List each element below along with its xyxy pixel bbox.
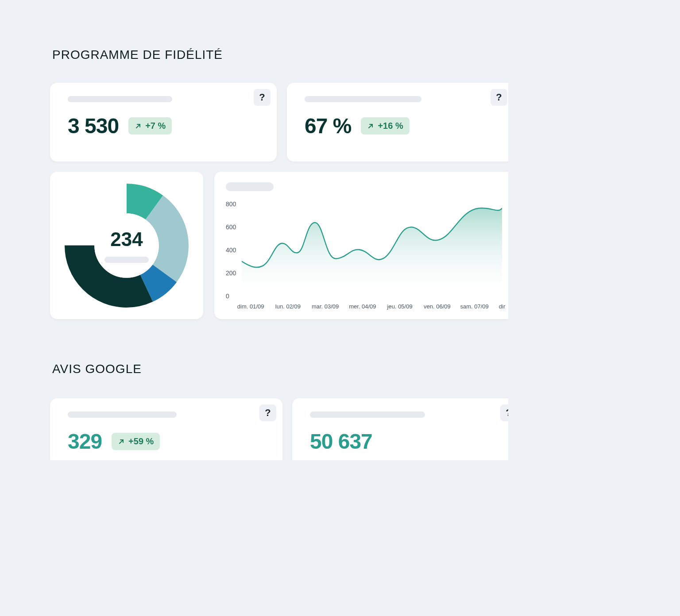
help-icon: ? (496, 92, 502, 103)
help-icon: ? (265, 407, 270, 419)
metric-value: 3 530 (68, 114, 119, 138)
help-button[interactable]: ? (259, 404, 276, 421)
placeholder-bar (310, 412, 425, 418)
arrow-up-right-icon (367, 123, 374, 130)
help-button[interactable]: ? (500, 404, 508, 421)
y-tick: 200 (226, 270, 236, 277)
y-tick: 400 (226, 246, 236, 254)
donut-center-value: 234 (110, 228, 143, 250)
x-tick: mer. 04/09 (349, 303, 376, 310)
delta-badge: +16 % (361, 117, 409, 135)
y-tick: 0 (226, 293, 229, 300)
x-tick: lun. 02/09 (275, 303, 301, 310)
metric-value: 50 637 (310, 429, 372, 454)
x-tick: dim. 01/09 (237, 303, 264, 310)
card-reviews-count: ? 329 +59 % (50, 398, 282, 460)
y-tick: 800 (226, 200, 236, 208)
area-chart: 800 600 400 200 0 dim. 01/09 lun. 02/09 … (226, 195, 502, 310)
placeholder-bar (68, 96, 172, 102)
card-area-chart: 800 600 400 200 0 dim. 01/09 lun. 02/09 … (214, 172, 508, 319)
delta-badge: +59 % (112, 433, 160, 450)
help-icon: ? (259, 92, 265, 103)
placeholder-bar (305, 96, 421, 102)
delta-text: +7 % (145, 121, 166, 131)
section-title-reviews: AVIS GOOGLE (52, 362, 142, 376)
arrow-up-right-icon (118, 438, 125, 445)
placeholder-bar (68, 412, 177, 418)
y-tick: 600 (226, 223, 236, 231)
metric-value: 329 (68, 429, 102, 454)
delta-badge: +7 % (128, 117, 172, 135)
dashboard-canvas: PROGRAMME DE FIDÉLITÉ ? 3 530 +7 % ? 67 … (0, 0, 508, 460)
delta-text: +59 % (128, 436, 154, 447)
x-tick: jeu. 05/09 (387, 303, 413, 310)
card-donut: 234 (50, 172, 203, 319)
arrow-up-right-icon (135, 123, 142, 130)
metric-value: 67 % (305, 114, 351, 138)
section-title-loyalty: PROGRAMME DE FIDÉLITÉ (52, 48, 223, 62)
donut-chart: 234 (65, 184, 189, 308)
card-loyalty-count: ? 3 530 +7 % (50, 83, 277, 162)
help-button[interactable]: ? (254, 89, 270, 106)
help-icon: ? (506, 407, 508, 419)
help-button[interactable]: ? (491, 89, 507, 106)
x-tick: dir (499, 303, 505, 310)
card-loyalty-rate: ? 67 % +16 % (287, 83, 508, 162)
x-tick: mar. 03/09 (312, 303, 339, 310)
x-tick: ven. 06/09 (424, 303, 451, 310)
x-tick: sam. 07/09 (460, 303, 488, 310)
placeholder-bar (104, 257, 149, 263)
placeholder-bar (226, 182, 274, 191)
delta-text: +16 % (378, 121, 403, 131)
card-reviews-total: ? 50 637 (292, 398, 508, 460)
